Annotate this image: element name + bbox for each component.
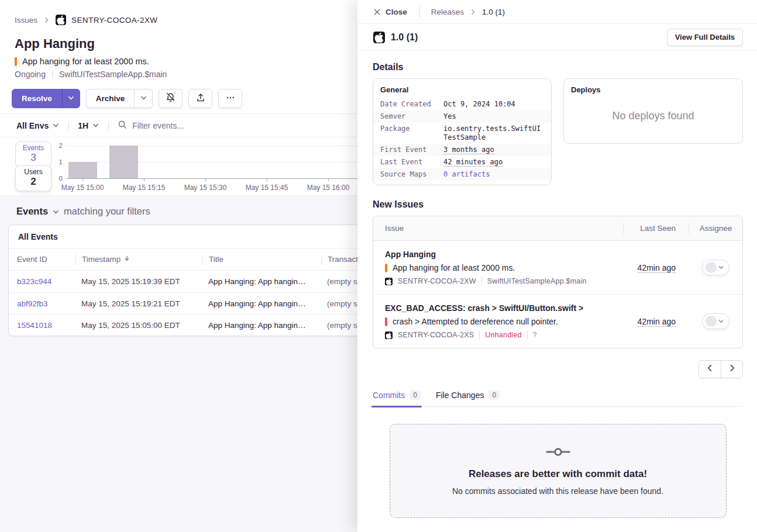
issue-toolbar: Resolve Archive [12,89,357,108]
issue-row-project: SENTRY-COCOA-2XS [398,331,474,339]
issue-row-context: SwiftUITestSampleApp.$main [487,277,587,285]
chevron-down-icon [718,264,724,271]
issues-pagination [373,360,743,378]
event-table-row[interactable]: b323c944 May 15, 2025 15:19:39 EDT App H… [9,271,357,292]
issue-row-title[interactable]: App Hanging [385,250,623,259]
issue-context: SwiftUITestSampleApp.$main [59,70,167,79]
chevron-left-icon [706,364,714,375]
drawer-breadcrumb: Releases 1.0 (1) [431,8,505,16]
event-transaction: (empty str [321,321,357,330]
chevron-right-icon [469,8,477,16]
chevron-down-icon[interactable] [52,208,60,216]
commits-empty-state: Releases are better with commit data! No… [390,424,727,518]
column-transaction[interactable]: Transacti [321,254,357,265]
breadcrumb-release-version: 1.0 (1) [482,8,505,16]
deploys-card-title: Deploys [571,85,735,98]
column-event-id[interactable]: Event ID [17,255,75,264]
event-graph-section: Events 3 Users 2 012May 15 15:00May 15 1… [0,137,357,203]
issue-row-title[interactable]: EXC_BAD_ACCESS: crash > SwiftUI/Button.s… [385,303,623,313]
search-input[interactable] [132,121,325,130]
issue-row[interactable]: EXC_BAD_ACCESS: crash > SwiftUI/Button.s… [373,294,742,348]
app-window: Issues SENTRY-COCOA-2XW App Hanging App … [0,0,757,532]
time-range-filter[interactable]: 1H [78,121,99,130]
resolve-dropdown-button[interactable] [62,89,80,108]
apple-platform-icon [56,15,66,25]
breadcrumb-releases-link[interactable]: Releases [431,8,464,16]
previous-page-button[interactable] [699,361,721,378]
event-table-row[interactable]: abf92fb3 May 15, 2025 15:19:21 EDT App H… [9,292,357,314]
close-drawer-button[interactable]: Close [373,8,407,16]
y-axis-tick-label: 0 [52,175,63,182]
y-axis-tick-label: 1 [52,158,63,165]
general-card-title: General [373,85,551,98]
bell-slash-icon [166,92,176,105]
kv-row-date-created: Date Created Oct 9, 2024 10:04 [373,98,551,110]
issue-row-message: crash > Attempted to dereference null po… [393,317,558,326]
chart-bar [68,162,97,178]
kv-row-last-event: Last Event 42 minutes ago [373,156,551,168]
users-stat-value: 2 [16,176,51,188]
event-table-row[interactable]: 15541018 May 15, 2025 15:05:00 EDT App H… [9,314,357,336]
filter-bar: All Envs 1H [0,114,357,137]
commit-icon [546,447,570,460]
events-heading-suffix: matching your filters [64,206,150,217]
users-stat-tab[interactable]: Users 2 [15,165,51,191]
view-full-details-button[interactable]: View Full Details [667,29,743,46]
drawer-body: Details General Date Created Oct 9, 2024… [357,62,757,518]
issue-row[interactable]: App Hanging App hanging for at least 200… [373,241,742,294]
more-options-button[interactable] [218,89,242,108]
deploys-card: Deploys No deploys found [563,78,743,144]
details-cards: General Date Created Oct 9, 2024 10:04 S… [373,78,743,185]
tab-file-changes[interactable]: File Changes 0 [436,391,500,406]
events-heading-label[interactable]: Events [16,206,48,217]
search-icon [118,120,127,132]
help-question-icon[interactable]: ? [533,331,537,339]
tab-commits[interactable]: Commits 0 [373,391,421,406]
column-timestamp[interactable]: Timestamp [75,254,202,265]
share-button[interactable] [188,89,212,108]
tab-commits-label: Commits [373,391,405,400]
events-stat-label: Events [16,144,51,152]
breadcrumb-issues-link[interactable]: Issues [15,16,37,25]
column-assignee: Assignee [689,223,742,234]
issue-detail-panel: Issues SENTRY-COCOA-2XW App Hanging App … [0,0,357,532]
release-titlebar: 1.0 (1) View Full Details [357,24,757,51]
close-label: Close [386,8,407,16]
source-maps-link[interactable]: 0 artifacts [443,170,544,179]
next-page-button[interactable] [721,361,742,378]
x-axis-tick [82,178,83,181]
release-detail-drawer: Close Releases 1.0 (1) 1.0 (1) View Full… [357,0,757,532]
release-tabs: Commits 0 File Changes 0 [373,391,743,407]
divider [52,70,53,78]
x-axis-tick-label: May 15 15:45 [246,184,288,192]
release-title: 1.0 (1) [373,32,418,43]
event-title: App Hanging: App hangin… [202,299,321,308]
event-id-link[interactable]: abf92fb3 [17,299,75,308]
column-title[interactable]: Title [202,254,321,265]
x-axis-tick [328,178,329,181]
resolve-split-button: Resolve [12,89,80,108]
assignee-selector[interactable] [702,313,730,329]
all-events-title: All Events [9,225,357,248]
empty-state-subtitle: No commits associated with this release … [452,486,663,496]
breadcrumb-project[interactable]: SENTRY-COCOA-2XW [71,16,157,25]
tab-file-changes-label: File Changes [436,391,484,400]
chevron-down-icon [718,318,724,324]
assignee-selector[interactable] [702,260,730,275]
warning-level-bar [15,57,17,66]
x-axis-tick-label: May 15 15:30 [184,184,227,192]
resolve-button[interactable]: Resolve [12,89,62,108]
events-stat-tab[interactable]: Events 3 [15,141,51,167]
event-title: App Hanging: App hangin… [202,321,321,330]
archive-dropdown-button[interactable] [134,89,152,108]
archive-button[interactable]: Archive [87,89,135,108]
event-id-link[interactable]: 15541018 [17,321,75,330]
chart-bar [109,146,138,178]
kv-row-package: Package io.sentry.tests.SwiftUITestSampl… [373,123,551,144]
event-id-link[interactable]: b323c944 [17,277,75,286]
drawer-header: Close Releases 1.0 (1) [357,0,757,24]
new-issues-heading: New Issues [373,199,743,210]
kv-row-first-event: First Event 3 months ago [373,144,551,156]
mute-button[interactable] [159,89,183,108]
environment-filter[interactable]: All Envs [16,121,60,130]
